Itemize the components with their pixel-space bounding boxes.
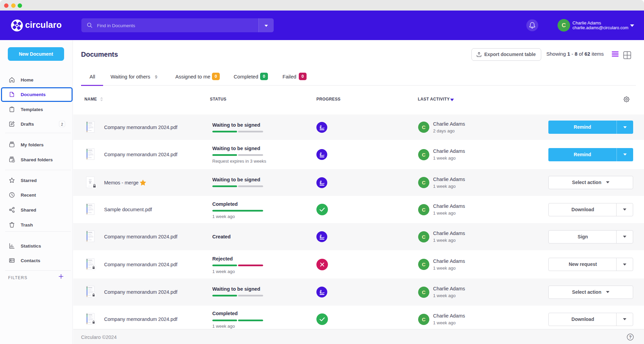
svg-text:?: ?: [629, 335, 632, 340]
